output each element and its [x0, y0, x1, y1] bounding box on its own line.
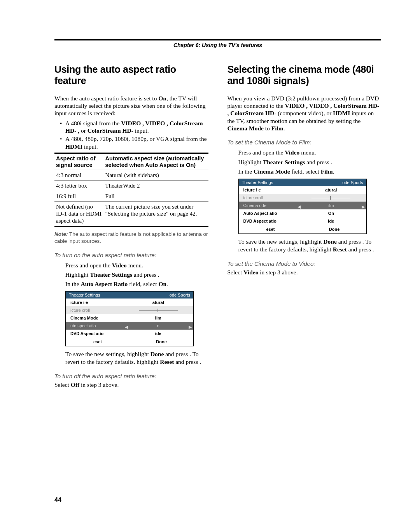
save-block: To save the new settings, highlight Done… [228, 238, 382, 253]
osd-value: ide [296, 219, 366, 223]
text: To save the new settings, highlight [65, 351, 150, 357]
step: In the Auto Aspect Ratio field, select O… [65, 280, 208, 288]
video-text: Select Video in step 3 above. [228, 269, 382, 276]
osd-row-auto-aspect: Auto Aspect atio On [239, 209, 366, 217]
osd-title-right: ode Sports [170, 293, 190, 297]
table-row: 4:3 normal Natural (with sidebars) [54, 170, 208, 181]
text: . [284, 125, 285, 132]
text: A 480i signal from the [65, 120, 121, 126]
text: HDMI [333, 110, 350, 116]
osd-row-picture-size: icture i e atural [66, 298, 193, 306]
text: Highlight [238, 159, 263, 165]
osd-row-cinema-mode: Cinema Mode ilm [66, 314, 193, 322]
text: Auto Aspect Ratio [81, 281, 128, 287]
osd-titlebar: Theater Settings ode Sports [66, 291, 193, 298]
osd-label: Auto Aspect atio [239, 211, 296, 216]
osd-label: uto spect atio [66, 323, 123, 328]
osd-footer: eset Done [239, 225, 366, 234]
section-heading-cinema-mode: Selecting the cinema mode (480i and 1080… [228, 64, 382, 89]
osd-menu-left: Theater Settings ode Sports icture i e a… [65, 291, 194, 346]
list-item: A 480i, 480p, 720p, 1080i, 1080p, or VGA… [60, 135, 208, 150]
list-item: A 480i signal from the VIDEO , VIDEO , C… [60, 119, 208, 135]
text: input. [133, 127, 149, 134]
text: On [158, 281, 166, 287]
save-text: To save the new settings, highlight Done… [65, 350, 208, 366]
osd-label: DVD Aspect atio [239, 219, 296, 223]
osd-title-right: ode Sports [342, 180, 363, 185]
osd-menu-right: Theater Settings ode Sports icture i e a… [238, 179, 367, 234]
intro-paragraph: When the auto aspect ratio feature is se… [54, 95, 208, 117]
text: Press [65, 262, 80, 269]
text: . [166, 281, 168, 287]
text: and press . [347, 246, 374, 253]
osd-value: On [296, 211, 366, 216]
text: Film [321, 168, 333, 175]
table-header: Aspect ratio of signal source [54, 153, 104, 170]
subhead-set-video: To set the Cinema Mode to Video: [228, 260, 382, 267]
text: to [264, 125, 271, 132]
save-block: To save the new settings, highlight Done… [54, 350, 208, 366]
text: Press [238, 149, 253, 156]
text: In the [65, 281, 81, 287]
text: menu. [299, 149, 316, 156]
osd-value-text: n [157, 323, 159, 328]
osd-row-picture-size: icture i e atural [239, 186, 366, 194]
osd-label: icture i e [239, 188, 296, 192]
osd-slider [123, 308, 193, 313]
osd-footer: eset Done [66, 337, 193, 346]
osd-value: ◀ n ▶ [123, 323, 193, 328]
manual-page: Chapter 6: Using the TV's features Using… [0, 0, 420, 525]
step: Highlight Theater Settings and press . [65, 271, 208, 279]
osd-row-cinema-mode: Cinema ode ◀ ilm ▶ [239, 202, 366, 209]
two-column-layout: Using the auto aspect ratio feature When… [54, 64, 381, 391]
text: Film [271, 125, 284, 132]
step: Highlight Theater Settings and press . [238, 158, 382, 166]
subhead-turn-on: To turn on the auto aspect ratio feature… [54, 252, 208, 258]
osd-reset: eset [239, 227, 303, 232]
text: Cinema Mode [228, 125, 264, 132]
text: and press [337, 238, 362, 245]
right-column: Selecting the cinema mode (480i and 1080… [228, 64, 382, 391]
chapter-title: Chapter 6: Using the TV's features [54, 42, 381, 48]
text: To save the new settings, highlight [238, 238, 324, 245]
osd-label: Cinema Mode [66, 316, 123, 320]
text: Theater Settings [263, 159, 305, 165]
arrow-left-icon: ◀ [125, 325, 128, 330]
osd-value: atural [123, 300, 193, 305]
table-row: 4:3 letter box TheaterWide 2 [54, 181, 208, 191]
osd-label: icture i e [66, 300, 123, 305]
cell: The current picture size you set under "… [104, 202, 208, 227]
text: and open the [252, 149, 285, 156]
text: . [333, 168, 334, 175]
section-heading-auto-aspect: Using the auto aspect ratio feature [54, 64, 208, 89]
arrow-right-icon: ▶ [189, 325, 192, 330]
text: menu. [127, 262, 143, 269]
note-label: Note: [54, 231, 68, 237]
text: Highlight [65, 271, 90, 278]
intro-paragraph: When you view a DVD (3:2 pulldown proces… [228, 95, 382, 132]
step: Press and open the Video menu. [238, 149, 382, 156]
text: Reset [333, 246, 347, 253]
step: In the Cinema Mode field, select Film. [238, 168, 382, 176]
osd-row-dvd-aspect: DVD Aspect atio ide [239, 217, 366, 225]
osd-titlebar: Theater Settings ode Sports [239, 179, 366, 186]
text: and open the [80, 262, 112, 269]
osd-done: Done [303, 227, 366, 232]
text: When the auto aspect ratio feature is se… [54, 95, 158, 102]
steps-block: Press and open the Video menu. Highlight… [54, 262, 208, 288]
chapter-rule [54, 39, 381, 40]
text: Done [150, 351, 164, 357]
osd-value-text: ilm [328, 203, 334, 208]
input-sources-list: A 480i signal from the VIDEO , VIDEO , C… [54, 119, 208, 151]
cell: Full [104, 191, 208, 202]
text-on: On [158, 95, 166, 102]
osd-label: icture croll [66, 308, 123, 313]
osd-row-picture-scroll: icture croll [239, 194, 366, 202]
arrow-right-icon: ▶ [362, 204, 365, 209]
osd-value: ilm [123, 316, 193, 320]
page-number: 44 [54, 497, 61, 504]
text: HDMI [65, 143, 82, 150]
text: and press [132, 271, 158, 278]
osd-row-auto-aspect: uto spect atio ◀ n ▶ [66, 322, 193, 330]
osd-value: ide [123, 331, 193, 336]
